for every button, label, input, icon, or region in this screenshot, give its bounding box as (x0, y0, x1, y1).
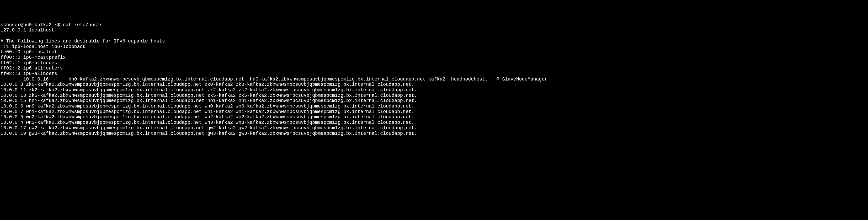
output-line: 10.0.0.11 zk2-kafka2.zbxwnwsmpcsuvbjqbme… (1, 87, 417, 93)
output-line: 10.0.0.7 wn1-kafka2.zbxwnwsmpcsuvbjqbmes… (1, 109, 414, 114)
output-line: ::1 ip6-localhost ip6-loopback (1, 44, 86, 49)
output-line: # The following lines are desirable for … (1, 38, 165, 44)
output-line: 10.0.0.4 wn3-kafka2.zbxwnwsmpcsuvbjqbmes… (1, 120, 414, 125)
output-line: ff02::2 ip6-allrouters (1, 66, 63, 71)
output-line: ff02::3 ip6-allhosts (1, 71, 57, 76)
output-line: ff00::0 ip6-mcastprefix (1, 55, 66, 60)
output-line: 10.0.0.19 gw3-kafka2.zbxwnwsmpcsuvbjqbme… (1, 131, 417, 136)
output-line: ff02::1 ip6-allnodes (1, 60, 57, 66)
output-line: 10.0.0.13 zk5-kafka2.zbxwnwsmpcsuvbjqbme… (1, 93, 417, 98)
output-line: 10.0.0.8 zk0-kafka2.zbxwnwsmpcsuvbjqbmes… (1, 82, 414, 87)
output-line: 10.0.0.16 hn0-kafka2.zbxwnwsmpcsuvbjqbme… (1, 76, 548, 82)
output-line: 127.0.0.1 localhost (1, 28, 54, 33)
terminal-output[interactable]: sshuser@hn0-kafka2:~$ cat /etc/hosts 127… (1, 22, 867, 136)
output-line: 10.0.0.17 gw2-kafka2.zbxwnwsmpcsuvbjqbme… (1, 125, 417, 131)
output-line: 10.0.0.15 hn1-kafka2.zbxwnwsmpcsuvbjqbme… (1, 98, 417, 103)
output-line: 10.0.0.6 wn0-kafka2.zbxwnwsmpcsuvbjqbmes… (1, 103, 414, 109)
shell-prompt: sshuser@hn0-kafka2:~$ cat /etc/hosts (1, 22, 102, 28)
output-line: 10.0.0.5 wn2-kafka2.zbxwnwsmpcsuvbjqbmes… (1, 114, 414, 120)
output-line: fe00::0 ip6-localnet (1, 49, 57, 55)
